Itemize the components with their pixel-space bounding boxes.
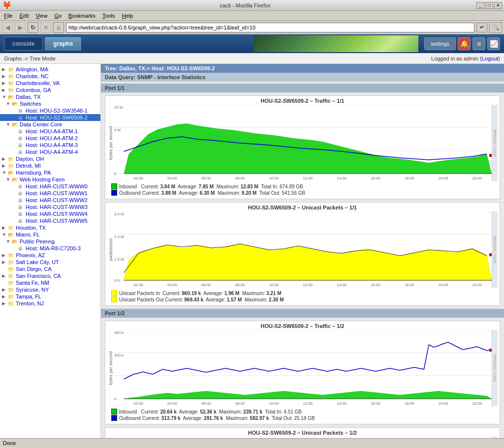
svg-text:16:00: 16:00 [371,176,380,180]
sidebar-item-tampa[interactable]: ▶ 📁 Tampa, FL [0,293,100,300]
menu-file[interactable]: File [1,12,16,20]
svg-text:22:00: 22:00 [472,283,482,287]
alert-button[interactable]: 🔔 [458,37,471,50]
sidebar-item-www2[interactable]: 🖥 Host: HAR-CUST-WWW2 [0,197,100,204]
sidebar-item-charlottesville[interactable]: ▶ 📁 Charlottesville, VA [0,80,100,87]
sidebar-item-saltlake[interactable]: ▶ 📁 Salt Lake City, UT [0,259,100,266]
legend-traffic-12: Inbound Current: 20.64 k Average: 52.36 … [107,408,498,422]
menu-help[interactable]: Help [119,12,136,20]
svg-text:3.0 M: 3.0 M [114,212,124,216]
home-button[interactable]: ⌂ [53,22,64,33]
menu-tools[interactable]: Tools [99,12,118,20]
sidebar-item-datacenter[interactable]: ▼ 📂 Data Center Core [0,121,100,128]
menu-bookmarks[interactable]: Bookmarks [65,12,98,20]
maximize-button[interactable]: □ [485,2,493,9]
sidebar-item-www3[interactable]: 🖥 Host: HAR-CUST-WWW3 [0,204,100,210]
console-tab[interactable]: console [4,37,43,51]
sidebar-item-atm4[interactable]: 🖥 Host: HOU-A4-ATM-4 [0,149,100,155]
sidebar-item-charlotte[interactable]: ▶ 📁 Charlotte, NC [0,73,100,80]
legend-inbound-12: Inbound Current: 20.64 k Average: 52.36 … [119,409,302,415]
app-header: console graphs settings 🔔 ≡ 📈 [0,34,504,53]
window-controls[interactable]: _ □ ✕ [476,2,502,9]
sidebar-item-atm2[interactable]: 🖥 Host: HOU-A4-ATM-2 [0,135,100,142]
svg-text:18:00: 18:00 [405,176,414,180]
minimize-button[interactable]: _ [476,2,484,9]
svg-text:12:00: 12:00 [303,401,313,406]
sidebar-item-trenton[interactable]: ▶ 📁 Trenton, NJ [0,300,100,307]
sidebar-item-columbus[interactable]: ▶ 📁 Columbus, GA [0,87,100,93]
sidebar-item-mia-r8[interactable]: 🖥 Host: MIA-R8-C7200-3 [0,245,100,252]
menu-go[interactable]: Go [51,12,64,20]
svg-text:02:00: 02:00 [133,401,143,406]
svg-text:14:00: 14:00 [337,283,346,287]
settings-button[interactable]: settings [424,37,456,50]
sidebar-item-sw6509-2[interactable]: 🖥 Host: HOU-S2-SW6509-2 [0,114,100,121]
sidebar-item-harrisburg[interactable]: ▼ 📂 Harrisburg, PA [0,169,100,176]
sidebar-item-dallas[interactable]: ▼ 📂 Dallas, TX [0,93,100,100]
red-marker-12 [489,349,492,352]
sidebar-item-dayton[interactable]: ▶ 📁 Dayton, OH [0,155,100,162]
graphs-tab[interactable]: graphs [45,37,81,51]
svg-text:20:00: 20:00 [439,283,448,287]
menu-view[interactable]: View [33,12,51,20]
sidebar: ▶ 📁 Arlington, MA ▶ 📁 Charlotte, NC ▶ 📁 … [0,64,101,438]
sidebar-item-syracuse[interactable]: ▶ 📁 Syracuse, NY [0,286,100,293]
sidebar-item-www0[interactable]: 🖥 Host: HAR-CUST-WWW0 [0,183,100,190]
right-label-packets-11: RRDtool / Cacti [492,211,498,288]
svg-text:06:00: 06:00 [201,176,211,180]
chart-title-traffic-12: HOU-S2-SW6509-2 – Traffic – 1/2 [107,323,498,329]
url-input[interactable] [66,23,474,32]
list-button[interactable]: ≡ [472,37,485,50]
legend-color-inbound-12 [111,409,117,415]
svg-text:04:00: 04:00 [167,176,177,180]
window-title: cacti - Mozilla Firefox [14,2,476,8]
sidebar-item-atm3[interactable]: 🖥 Host: HOU-A4-ATM-3 [0,142,100,149]
sidebar-item-arlington[interactable]: ▶ 📁 Arlington, MA [0,66,100,73]
go-button[interactable]: ↵ [476,23,487,32]
stop-button[interactable]: ✕ [40,22,51,33]
logout-link[interactable]: Logout [482,56,499,61]
y-label-packets-11: packets/sec [107,211,114,288]
legend-inbound-11: Inbound Current: 3.84 M Average: 7.85 M … [119,184,303,189]
search-button[interactable]: 🔍 [489,22,502,33]
svg-text:08:00: 08:00 [235,401,245,406]
sidebar-item-detroit[interactable]: ▶ 📁 Detroit, MI [0,162,100,169]
chart-packets-12: HOU-S2-SW6509-2 – Unicast Packets – 1/2 … [105,427,500,438]
sidebar-item-publicpeering[interactable]: ▼ 📂 Public Peering [0,238,100,245]
svg-text:200 k: 200 k [114,353,124,358]
svg-text:02:00: 02:00 [133,176,143,180]
y-label-traffic-11: bytes per second [107,105,114,181]
sidebar-item-www5[interactable]: 🖥 Host: HAR-CUST-WWW5 [0,217,100,224]
sidebar-item-sanfrancisco[interactable]: ▶ 📁 San Francisco, CA [0,272,100,279]
sidebar-item-www1[interactable]: 🖥 Host: HAR-CUST-WWW1 [0,190,100,197]
sidebar-item-houston[interactable]: ▶ 📁 Houston, TX [0,224,100,231]
legend-outbound-11: Outbound Current: 3.88 M Average: 6.30 M… [119,190,305,196]
sidebar-item-sandiego[interactable]: 📁 San Diego, CA [0,266,100,272]
svg-text:22:00: 22:00 [472,176,482,180]
sidebar-item-sw3548-1[interactable]: 🖥 Host: HOU-S2-SW3548-1 [0,107,100,114]
svg-text:10 M: 10 M [114,105,123,110]
svg-text:20:00: 20:00 [439,401,448,406]
back-button[interactable]: ◀ [2,22,13,33]
sidebar-item-switches[interactable]: ▼ 📂 Switches [0,100,100,107]
sidebar-item-atm1[interactable]: 🖥 Host: HOU-A4-ATM-1 [0,128,100,135]
close-button[interactable]: ✕ [494,2,502,9]
right-label-11: RRDtool / Cacti [492,105,498,181]
right-panel: Tree: Dallas, TX-> Host: HOU-S2-SW6509-2… [101,64,504,438]
chart-button[interactable]: 📈 [487,37,500,50]
sidebar-item-phoenix[interactable]: ▶ 📁 Phoenix, AZ [0,252,100,259]
svg-text:04:00: 04:00 [167,401,177,406]
forward-button[interactable]: ▶ [15,22,26,33]
login-status: Logged in as admin (Logout) [431,56,500,61]
svg-text:0: 0 [114,397,117,401]
legend-color-inbound-11 [111,183,117,189]
menu-edit[interactable]: Edit [17,12,32,20]
sidebar-item-santafe[interactable]: 📁 Santa Fe, NM [0,279,100,286]
sidebar-item-www4[interactable]: 🖥 Host: HAR-CUST-WWW4 [0,210,100,217]
sidebar-item-miami[interactable]: ▼ 📂 Miami, FL [0,231,100,238]
svg-text:10:00: 10:00 [269,176,279,180]
legend-color-outbound-11 [111,190,117,196]
reload-button[interactable]: ↻ [28,22,38,33]
sidebar-item-webhostingfarm[interactable]: ▼ 📂 Web Hosting Farm [0,176,100,183]
right-label-12: RRDtool / Cacti [492,330,498,406]
